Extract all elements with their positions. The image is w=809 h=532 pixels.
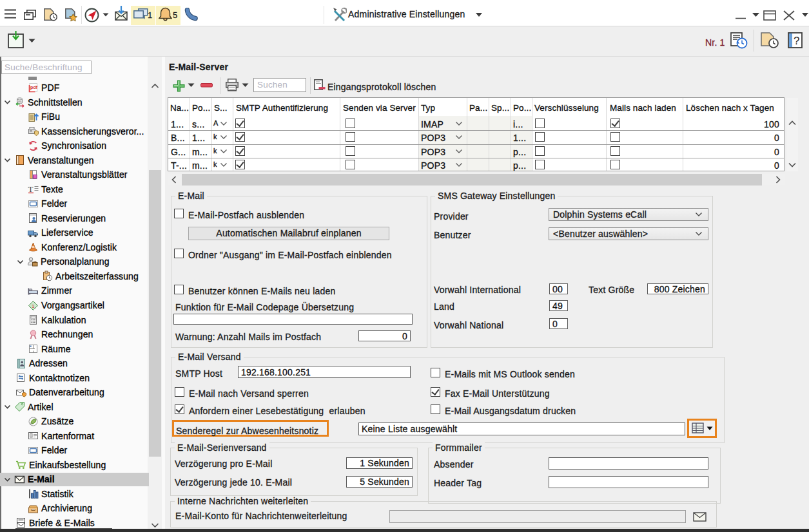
svg-text:1: 1 bbox=[32, 303, 35, 309]
svg-text:pdf: pdf bbox=[30, 84, 38, 90]
svg-text:?: ? bbox=[794, 35, 799, 47]
svg-text:T: T bbox=[28, 184, 34, 194]
